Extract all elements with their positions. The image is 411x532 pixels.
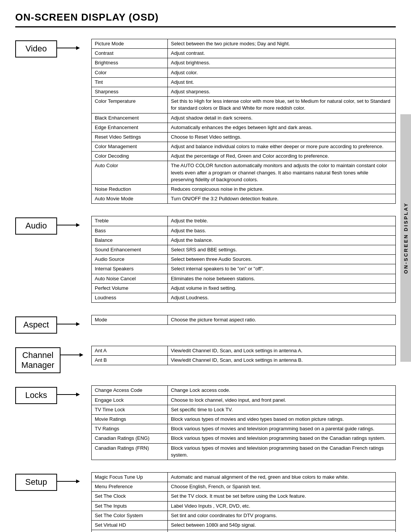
row-label: Treble <box>92 216 168 226</box>
row-label: Balance <box>92 235 168 245</box>
row-desc: Change Lock access code. <box>168 386 396 395</box>
table-row: Auto Color The AUTO COLOR function autom… <box>92 161 396 185</box>
table-row: Contrast Adjust contrast. <box>92 49 396 58</box>
table-row: Sharpness Adjust sharpness. <box>92 87 396 96</box>
row-label: Auto Noise Cancel <box>92 274 168 283</box>
table-row: TV Ratings Block various types of movies… <box>92 424 396 434</box>
svg-marker-11 <box>76 479 80 483</box>
row-desc: Block various types of movies and video … <box>168 415 396 424</box>
setup-table-col: Magic Focus Tune Up Automatic and manual… <box>91 472 396 532</box>
aspect-label-col: Aspect <box>15 315 91 334</box>
table-row: Color Adjust color. <box>92 68 396 77</box>
locks-table-col: Change Access Code Change Lock access co… <box>91 385 396 460</box>
section-channel-manager: ChannelManager Ant A View/edit Channel I… <box>15 346 396 374</box>
table-row: Magic Focus Tune Up Automatic and manual… <box>92 472 396 482</box>
row-label: Color Decoding <box>92 152 168 161</box>
table-row: Audio Source Select between three Audio … <box>92 255 396 264</box>
page-container: ON-SCREEN DISPLAY (OSD) Video <box>0 0 411 532</box>
table-row: Color Management Adjust and balance indi… <box>92 142 396 152</box>
row-desc: Choose the picture format aspect ratio. <box>168 315 396 325</box>
side-tab-text: ON-SCREEN DISPLAY <box>403 202 409 274</box>
row-desc: Select between the two picture modes; Da… <box>168 39 396 49</box>
row-desc: Set this to High for less intense color … <box>168 97 396 113</box>
channel-manager-label-col: ChannelManager <box>15 346 91 374</box>
row-label: Ant A <box>92 346 168 355</box>
video-arrow <box>57 40 80 52</box>
row-desc: Label Video Inputs , VCR, DVD, etc. <box>168 501 396 511</box>
row-label: Black Enhancement <box>92 113 168 123</box>
aspect-table-col: Mode Choose the picture format aspect ra… <box>91 315 396 325</box>
table-row: Reset Video Settings Choose to Reset Vid… <box>92 132 396 142</box>
setup-label-col: Setup <box>15 472 91 491</box>
row-desc: Adjust the percentage of Red, Green and … <box>168 152 396 161</box>
table-row: Internal Speakers Select internal speake… <box>92 264 396 274</box>
channel-manager-table-col: Ant A View/edit Channel ID, Scan, and Lo… <box>91 346 396 365</box>
row-desc: Set the TV clock. It must be set before … <box>168 492 396 501</box>
audio-arrow <box>57 217 80 229</box>
row-desc: Block various types of movies and televi… <box>168 424 396 434</box>
row-label: Color <box>92 68 168 77</box>
row-desc: Set specific time to Lock TV. <box>168 405 396 414</box>
row-label: Perfect Volume <box>92 283 168 293</box>
row-desc: Adjust Loudness. <box>168 293 396 302</box>
row-desc: Adjust the bass. <box>168 226 396 235</box>
row-label: Edge Enhancement <box>92 123 168 132</box>
section-video: Video Picture Mode Select between the tw… <box>15 39 396 204</box>
row-label: Canadian Ratings (FRN) <box>92 443 168 460</box>
row-desc: Adjust the treble. <box>168 216 396 226</box>
video-table-col: Picture Mode Select between the two pict… <box>91 39 396 204</box>
table-row: Loudness Adjust Loudness. <box>92 293 396 302</box>
page-title: ON-SCREEN DISPLAY (OSD) <box>15 11 396 27</box>
table-row: Set The Color System Set tint and color … <box>92 511 396 520</box>
table-row: Canadian Ratings (ENG) Block various typ… <box>92 434 396 443</box>
locks-label-col: Locks <box>15 385 91 404</box>
locks-table: Change Access Code Change Lock access co… <box>91 385 396 460</box>
row-label: Set The Inputs <box>92 501 168 511</box>
row-label: TV Time Lock <box>92 405 168 414</box>
setup-box: Setup <box>15 474 57 491</box>
audio-label-col: Audio <box>15 216 91 235</box>
row-label: Movie Ratings <box>92 415 168 424</box>
row-desc: Adjust contrast. <box>168 49 396 58</box>
table-row: Brightness Adjust brightness. <box>92 58 396 68</box>
setup-table: Magic Focus Tune Up Automatic and manual… <box>91 472 396 532</box>
row-desc: Adjust volume in fixed setting. <box>168 283 396 293</box>
table-row: Ant A View/edit Channel ID, Scan, and Lo… <box>92 346 396 355</box>
table-row: Black Enhancement Adjust shadow detail i… <box>92 113 396 123</box>
row-label: Set The Color System <box>92 511 168 520</box>
row-label: Noise Reduction <box>92 185 168 194</box>
section-aspect: Aspect Mode Choose the picture format as… <box>15 315 396 334</box>
channel-manager-box: ChannelManager <box>15 347 61 374</box>
table-row: Tint Adjust tint. <box>92 77 396 87</box>
row-desc: Choose to lock channel, video input, and… <box>168 395 396 405</box>
main-layout: Video Picture Mode Select between the tw… <box>15 39 396 532</box>
locks-arrow <box>57 387 80 398</box>
row-desc: Block various types of movies and televi… <box>168 443 396 460</box>
table-row: Treble Adjust the treble. <box>92 216 396 226</box>
row-label: Magic Focus Tune Up <box>92 472 168 482</box>
section-setup: Setup Magic Focus Tune Up Automatic and … <box>15 472 396 532</box>
row-desc: Automatically enhances the edges between… <box>168 123 396 132</box>
row-desc: Automatic and manual alignment of the re… <box>168 472 396 482</box>
row-label: Auto Color <box>92 161 168 185</box>
row-desc: Block various types of movies and televi… <box>168 434 396 443</box>
video-label-col: Video <box>15 39 91 58</box>
table-row: Menu Preference Choose English, French, … <box>92 482 396 492</box>
table-row: Perfect Volume Adjust volume in fixed se… <box>92 283 396 293</box>
row-label: Menu Preference <box>92 482 168 492</box>
audio-table-col: Treble Adjust the treble. Bass Adjust th… <box>91 216 396 303</box>
channel-manager-table: Ant A View/edit Channel ID, Scan, and Lo… <box>91 346 396 365</box>
table-row: Engage Lock Choose to lock channel, vide… <box>92 395 396 405</box>
row-desc: Select SRS and BBE settings. <box>168 245 396 254</box>
table-row: Balance Adjust the balance. <box>92 235 396 245</box>
row-label: Brightness <box>92 58 168 68</box>
audio-table: Treble Adjust the treble. Bass Adjust th… <box>91 216 396 303</box>
setup-arrow <box>57 474 80 485</box>
row-label: Contrast <box>92 49 168 58</box>
row-desc: Choose to Reset Video settings. <box>168 132 396 142</box>
side-tab: ON-SCREEN DISPLAY <box>400 114 411 362</box>
table-row: Canadian Ratings (FRN) Block various typ… <box>92 443 396 460</box>
row-label: Loudness <box>92 293 168 302</box>
table-row: Ant B View/edit Channel ID, Scan, and Lo… <box>92 355 396 365</box>
audio-box: Audio <box>15 217 57 235</box>
